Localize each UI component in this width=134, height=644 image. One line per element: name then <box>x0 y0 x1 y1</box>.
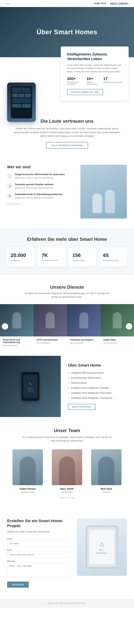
features-list: Intelligente Beleuchtung einrichten Einr… <box>68 371 127 400</box>
stat-card-2-number: 7K <box>42 252 62 258</box>
trust-body: Sample text. Click to select the Text El… <box>13 127 121 138</box>
about-heading: Über Smart Home <box>68 363 127 368</box>
stat-3-label: NIEDERLASSUNGEN <box>103 82 122 84</box>
service-4-sub: Nur ein bisschen <box>103 342 131 344</box>
nav-logo: logo <box>5 2 10 5</box>
who-section: Wer wir sind ⌂ Zeitgenössisches Wohnmode… <box>0 158 134 228</box>
team-role-1: Kreativer Leiter <box>10 491 46 493</box>
team-credits: Bilder von Freepik <box>7 497 127 499</box>
email-label: Email <box>7 549 70 551</box>
tablet-screen: ⌂ Smart Home <box>89 530 114 564</box>
learn-more-button[interactable]: MEHR ERFAHREN <box>68 404 96 410</box>
tablet-device: ⌂ Smart Home <box>86 526 118 569</box>
form-message-group: Message <box>7 560 70 578</box>
services-carousel: ‹ Smart Home und Automatisierung Nur ein… <box>0 304 134 349</box>
stat-1: 300+ ZUFRIEDENE KUNDEN <box>67 76 83 86</box>
team-member-2: Mary Smith Haupthändler <box>49 449 85 493</box>
service-card-2: CCTV und Sicherheit Nur ein bisschen <box>34 304 67 349</box>
team-name-3: Nick Dark <box>88 487 124 490</box>
stat-card-4-label: Einzigartige Ideen <box>103 259 124 262</box>
stat-card-2-label: Zufriedene Kunden <box>42 259 62 262</box>
who-image <box>80 165 127 218</box>
team-section: Unser Team Bis zu einem gewissen Grad is… <box>0 417 134 508</box>
about-content: Über Smart Home Intelligente Beleuchtung… <box>61 356 134 417</box>
team-desc: Bis zu einem gewissen Grad ist es uns ge… <box>20 436 114 443</box>
wifi-icon: ∿ <box>29 381 32 386</box>
name-input[interactable] <box>7 541 70 546</box>
form-name-group: Name <box>7 538 70 546</box>
who-item-1-body: Sample text. Click to select the Text El… <box>15 176 65 180</box>
stat-3-number: 17 <box>103 76 122 81</box>
service-3-title: IT-Dienste und Support <box>70 338 98 341</box>
nav-links: HOME PAGE ABOUT COMPANY <box>94 2 129 5</box>
stat-2-label: JAHRE ERFAHREN <box>86 82 100 86</box>
feature-5: Installation eines intelligenten Thermos… <box>68 391 127 394</box>
who-item-2-body: Sample text. Click to select the Text El… <box>15 186 54 190</box>
who-item-1: ⌂ Zeitgenössisches Wohnmodell für jederm… <box>7 173 75 180</box>
who-credit: Bild von Freepik <box>7 203 75 205</box>
img-side: ⌂ Smart Home <box>77 518 127 576</box>
team-heading: Unser Team <box>7 428 127 433</box>
who-item-3-title: Gebäudetechnik & Unterhaltungselektronik <box>15 193 62 196</box>
services-desc: Wir bieten ein umfassendes Angebot an He… <box>22 292 112 298</box>
service-image-4 <box>101 304 134 336</box>
feature-1: Intelligente Beleuchtung einrichten <box>68 371 127 374</box>
stats-grid: 20.000 Aufgaben 7K Zufriedene Kunden 156… <box>7 248 127 266</box>
stat-card-3-label: Tassen Kaffee <box>72 259 93 262</box>
who-left: Wer wir sind ⌂ Zeitgenössisches Wohnmode… <box>7 165 75 205</box>
stat-1-label: ZUFRIEDENE KUNDEN <box>67 82 83 86</box>
stat-2-number: 10+ <box>86 76 100 81</box>
info-card-headline: Intelligenteres Zuhause. Vereinfachtes L… <box>67 52 122 61</box>
email-input[interactable] <box>7 552 70 558</box>
who-item-3: ⚙ Gebäudetechnik & Unterhaltungselektron… <box>7 193 75 199</box>
contact-heading: Erstellen Sie ein Smart-Home-Projekt <box>7 518 70 528</box>
footer-text: Sample text. Click to select the Text El… <box>7 602 127 604</box>
service-2-title: CCTV und Sicherheit <box>36 338 64 341</box>
home-icon: ⌂ <box>100 540 104 548</box>
hero-phone-image <box>7 82 36 122</box>
stats-section: Erfahren Sie mehr über Smart Home 20.000… <box>0 228 134 276</box>
stat-card-3: 156 Tassen Kaffee <box>69 248 96 266</box>
team-name-1: Robert Braun <box>10 487 46 490</box>
products-button[interactable]: ALLE PRODUKTE ANZEIGEN <box>46 142 88 148</box>
carousel-next-button[interactable]: › <box>126 323 132 330</box>
service-image-2 <box>34 304 67 336</box>
stat-card-4-number: 65 <box>103 252 124 258</box>
stat-1-number: 300+ <box>67 76 83 81</box>
learn-more-heading: Erfahren Sie mehr über Smart Home <box>7 236 127 242</box>
service-1-sub: Nur ein bisschen <box>3 344 31 346</box>
carousel-prev-button[interactable]: ‹ <box>2 323 8 330</box>
who-item-2-title: Tausende geniale Projekte weltweit <box>15 183 54 186</box>
services-track: Smart Home und Automatisierung Nur ein b… <box>0 304 134 349</box>
contact-desc: Sample text. Click to select the Text El… <box>7 530 70 534</box>
service-1-title: Smart Home und Automatisierung <box>3 338 31 344</box>
stat-card-1-number: 20.000 <box>11 252 31 258</box>
stats-row: 300+ ZUFRIEDENE KUNDEN 10+ JAHRE ERFAHRE… <box>67 76 122 86</box>
feature-3: Heimkino-Setup <box>68 381 127 384</box>
stat-card-3-number: 156 <box>72 252 93 258</box>
service-image-1 <box>0 304 34 336</box>
feature-6: Installation eines intelligenten Türschl… <box>68 396 127 400</box>
team-grid: Robert Braun Kreativer Leiter Mary Smith… <box>7 449 127 493</box>
stat-card-4: 65 Einzigartige Ideen <box>100 248 127 266</box>
who-item-1-title: Zeitgenössisches Wohnmodell für jederman… <box>15 173 65 176</box>
contact-section: Erstellen Sie ein Smart-Home-Projekt Sam… <box>0 508 134 598</box>
team-member-3: Nick Dark Verkäufer <box>88 449 124 493</box>
tablet-image: ⌂ Smart Home <box>77 518 127 576</box>
team-photo-3 <box>91 449 122 485</box>
nav-home[interactable]: HOME PAGE <box>94 2 107 5</box>
stat-card-2: 7K Zufriedene Kunden <box>38 248 66 266</box>
form-email-group: Email <box>7 549 70 558</box>
service-4-title: Audio-Video <box>103 338 131 341</box>
team-role-3: Verkäufer <box>88 491 124 493</box>
stat-card-1: 20.000 Aufgaben <box>7 248 34 266</box>
who-icon-2: ★ <box>7 184 12 189</box>
who-item-2: ★ Tausende geniale Projekte weltweit Sam… <box>7 183 75 190</box>
service-3-sub: Nur ein bisschen <box>70 342 98 344</box>
contact-cta-button[interactable]: KONTAKTIEREN SIE UNS <box>67 89 103 95</box>
service-2-sub: Nur ein bisschen <box>36 342 64 344</box>
nav-about[interactable]: ABOUT COMPANY <box>110 2 129 5</box>
message-textarea[interactable] <box>7 563 70 577</box>
submit-button[interactable]: SCHICKEN <box>7 582 29 588</box>
who-heading: Wer wir sind <box>7 165 75 170</box>
